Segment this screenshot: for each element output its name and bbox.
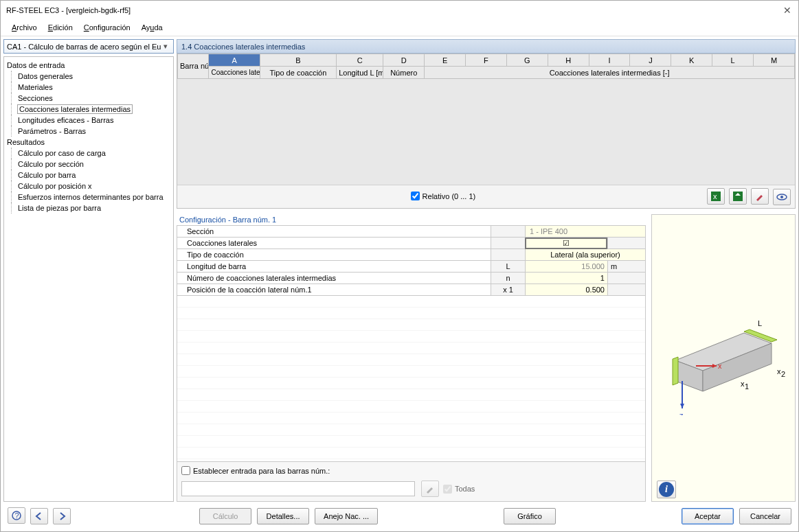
menubar: Archivo Edición Configuración Ayuda	[1, 19, 798, 36]
titlebar: RF-STEEL EC3 - [vergleich-bgdk-rf5] ✕	[1, 1, 798, 19]
tree-calc-caso[interactable]: Cálculo por caso de carga	[4, 148, 173, 159]
svg-marker-14	[680, 404, 684, 408]
svg-text:z: z	[679, 411, 684, 415]
eye-icon[interactable]	[773, 189, 791, 205]
section-preview: x z L x1 x2 i	[651, 214, 796, 502]
close-icon[interactable]: ✕	[783, 5, 791, 16]
menu-ayuda[interactable]: Ayuda	[136, 21, 168, 34]
info-button[interactable]: i	[657, 481, 676, 498]
svg-text:?: ?	[15, 511, 19, 520]
nav-tree: Datos de entrada Datos generales Materia…	[3, 56, 174, 502]
svg-marker-9	[673, 357, 678, 385]
pane-title: 1.4 Coacciones laterales intermedias	[177, 39, 796, 54]
chevron-down-icon: ▾	[161, 42, 170, 51]
next-button[interactable]	[53, 508, 71, 524]
svg-text:L: L	[758, 319, 762, 327]
help-button[interactable]: ?	[8, 507, 25, 524]
col-barra[interactable]: Barra núm.	[178, 54, 209, 79]
svg-text:x: x	[713, 192, 717, 200]
aceptar-button[interactable]: Aceptar	[682, 508, 734, 524]
svg-text:x: x	[718, 362, 722, 370]
anejo-button[interactable]: Anejo Nac. ...	[315, 508, 378, 524]
tree-datos-generales[interactable]: Datos generales	[4, 71, 173, 82]
tree-parametros[interactable]: Parámetros - Barras	[4, 126, 173, 137]
window-title: RF-STEEL EC3 - [vergleich-bgdk-rf5]	[6, 6, 131, 14]
barras-input[interactable]	[181, 481, 415, 496]
props-table[interactable]: Sección1 - IPE 400 Coacciones laterales☑…	[177, 225, 646, 296]
tree-coacciones[interactable]: Coacciones laterales intermedias	[4, 104, 173, 115]
menu-config[interactable]: Configuración	[78, 21, 136, 34]
config-coac-check[interactable]: ☑	[525, 238, 607, 249]
case-combo-text: CA1 - Cálculo de barras de acero según e…	[7, 43, 161, 51]
case-combo[interactable]: CA1 - Cálculo de barras de acero según e…	[3, 39, 174, 54]
excel-import-icon[interactable]	[729, 188, 747, 205]
tree-group-input[interactable]: Datos de entrada	[4, 60, 173, 71]
tree-calc-seccion[interactable]: Cálculo por sección	[4, 159, 173, 170]
col-A[interactable]: A	[209, 54, 260, 67]
calculo-button[interactable]: Cálculo	[199, 508, 251, 524]
detalles-button[interactable]: Detalles...	[257, 508, 309, 524]
svg-text:2: 2	[781, 370, 785, 378]
cancelar-button[interactable]: Cancelar	[739, 508, 791, 524]
excel-export-icon[interactable]: x	[707, 188, 725, 205]
tree-lista[interactable]: Lista de piezas por barra	[4, 203, 173, 213]
pick-members-icon[interactable]	[421, 481, 439, 497]
tree-longitudes[interactable]: Longitudes eficaces - Barras	[4, 115, 173, 126]
pick-icon[interactable]	[751, 188, 769, 205]
menu-archivo[interactable]: Archivo	[6, 21, 43, 34]
svg-point-4	[780, 196, 783, 198]
tree-esfuerzos[interactable]: Esfuerzos internos determinantes por bar…	[4, 192, 173, 203]
todas-check[interactable]: Todas	[443, 485, 475, 494]
grafico-button[interactable]: Gráfico	[504, 508, 556, 524]
establecer-check[interactable]: Establecer entrada para las barras núm.:	[181, 466, 330, 475]
menu-edicion[interactable]: Edición	[43, 21, 78, 34]
tree-calc-barra[interactable]: Cálculo por barra	[4, 170, 173, 181]
info-icon: i	[659, 482, 674, 497]
config-title: Configuración - Barra núm. 1	[177, 214, 646, 225]
tree-secciones[interactable]: Secciones	[4, 93, 173, 104]
tree-calc-posx[interactable]: Cálculo por posición x	[4, 181, 173, 192]
tree-materiales[interactable]: Materiales	[4, 82, 173, 93]
tree-group-resultados[interactable]: Resultados	[4, 137, 173, 148]
preview-beam-icon: x z L x1 x2	[662, 278, 785, 415]
relativo-check[interactable]: Relativo (0 ... 1)	[411, 192, 476, 200]
svg-text:1: 1	[745, 382, 749, 391]
prev-button[interactable]	[30, 508, 48, 524]
